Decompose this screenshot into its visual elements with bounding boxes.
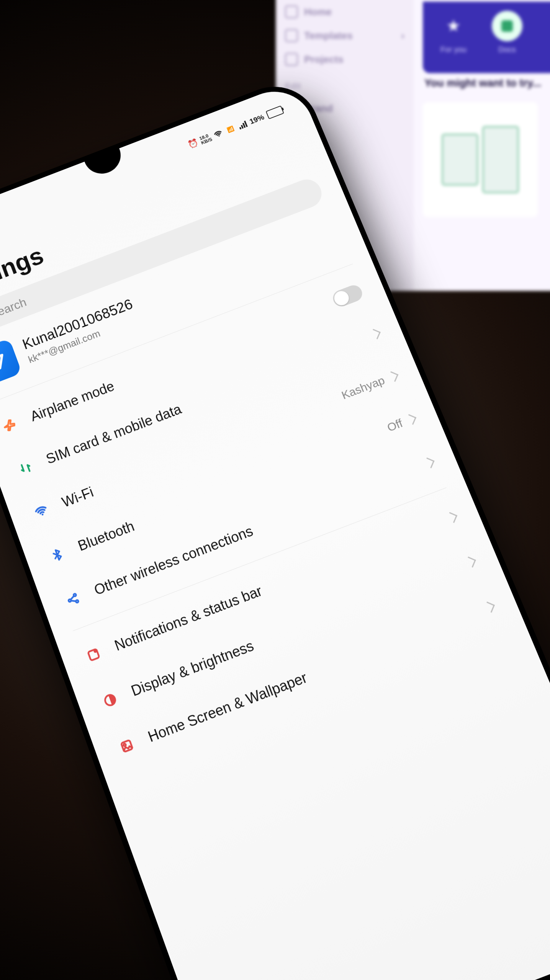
- battery-icon: [265, 105, 284, 119]
- signal-icon: [237, 120, 248, 129]
- wifi-icon: [212, 128, 224, 140]
- chevron-right-icon: [388, 371, 398, 382]
- svg-point-1: [41, 513, 44, 516]
- wifi-row-icon: [31, 501, 52, 521]
- avatar: [0, 338, 22, 386]
- svg-point-9: [123, 743, 126, 746]
- airplane-toggle[interactable]: [331, 283, 365, 309]
- bluetooth-icon: [47, 546, 68, 564]
- svg-rect-5: [88, 649, 100, 661]
- alarm-icon: ⏰: [187, 137, 200, 150]
- home-icon: [116, 736, 138, 756]
- chevron-right-icon: [406, 414, 416, 425]
- svg-point-0: [218, 135, 220, 137]
- volte-icon: 📶: [224, 123, 237, 136]
- share-icon: [63, 590, 84, 609]
- wifi-value: Kashyap: [340, 374, 387, 402]
- airplane-icon: [0, 416, 21, 435]
- battery-percent: 19%: [248, 113, 265, 126]
- net-speed: 18.0 KB/S: [200, 133, 212, 145]
- svg-rect-8: [121, 740, 133, 752]
- notifications-icon: [83, 645, 104, 664]
- sim-icon: [15, 459, 36, 477]
- display-icon: [99, 690, 121, 710]
